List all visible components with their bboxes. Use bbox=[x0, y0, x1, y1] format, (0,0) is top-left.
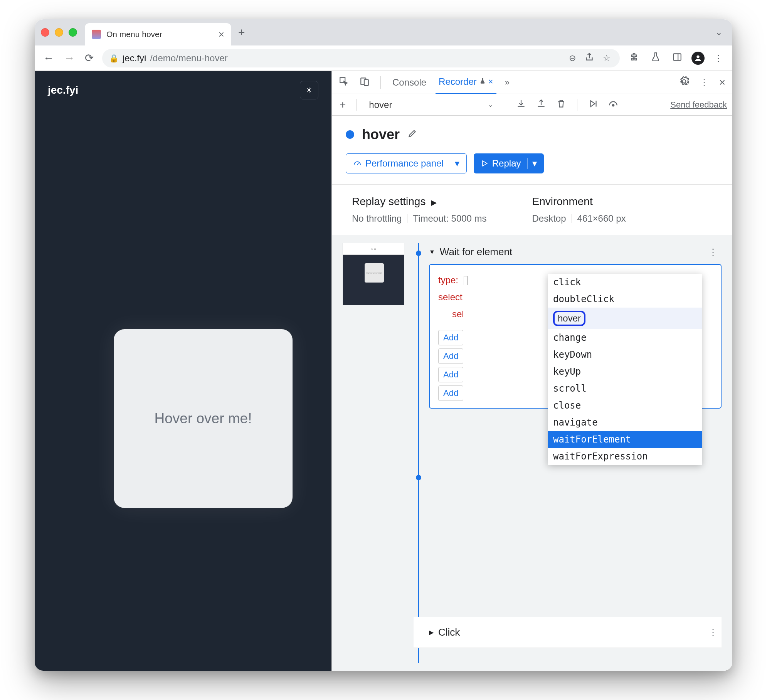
dropdown-option[interactable]: change bbox=[548, 329, 702, 346]
performance-panel-button[interactable]: Performance panel ▾ bbox=[346, 153, 467, 173]
theme-toggle-button[interactable]: ☀ bbox=[300, 81, 318, 99]
url-host: jec.fyi bbox=[123, 53, 146, 64]
address-bar[interactable]: 🔒 jec.fyi/demo/menu-hover ⊖ ☆ bbox=[102, 49, 620, 67]
slow-replay-icon[interactable] bbox=[606, 99, 621, 111]
tabs-menu-icon[interactable]: ⌄ bbox=[715, 27, 722, 37]
window-close-icon[interactable] bbox=[41, 28, 49, 37]
step-marker-icon bbox=[416, 475, 421, 480]
recording-name: hover bbox=[362, 126, 400, 143]
replay-button[interactable]: Replay ▾ bbox=[474, 153, 544, 173]
environment-label: Environment bbox=[532, 195, 713, 208]
step-menu-icon[interactable]: ⋮ bbox=[708, 627, 722, 638]
extensions-icon[interactable] bbox=[627, 52, 641, 64]
new-tab-button[interactable]: + bbox=[238, 26, 245, 39]
add-selector-button[interactable]: Add bbox=[438, 348, 463, 364]
send-feedback-link[interactable]: Send feedback bbox=[670, 100, 727, 110]
dropdown-option-hover[interactable]: hover bbox=[548, 308, 702, 329]
zoom-out-icon[interactable]: ⊖ bbox=[567, 53, 578, 63]
add-selector-button[interactable]: Add bbox=[438, 385, 463, 401]
step-header[interactable]: ▼ Wait for element ⋮ bbox=[429, 243, 722, 261]
reload-button[interactable]: ⟳ bbox=[83, 52, 95, 64]
back-button[interactable]: ← bbox=[42, 52, 56, 64]
dropdown-option[interactable]: scroll bbox=[548, 380, 702, 397]
dropdown-option[interactable]: close bbox=[548, 397, 702, 414]
device-toggle-icon[interactable] bbox=[357, 76, 372, 89]
window-titlebar: On menu hover × + ⌄ bbox=[35, 19, 732, 45]
favicon-icon bbox=[92, 30, 101, 39]
step-menu-icon[interactable]: ⋮ bbox=[708, 247, 722, 257]
recording-meta: Replay settings ▶ No throttling Timeout:… bbox=[332, 184, 732, 235]
chevron-down-icon: ⌄ bbox=[488, 101, 493, 108]
step-header[interactable]: ▶ Click ⋮ bbox=[429, 623, 722, 641]
tab-title: On menu hover bbox=[106, 30, 219, 39]
tab-close-icon[interactable]: × bbox=[488, 77, 493, 87]
dropdown-option[interactable]: navigate bbox=[548, 414, 702, 431]
page-content: jec.fyi ☀ Hover over me! bbox=[35, 71, 331, 671]
recording-status-icon bbox=[346, 130, 354, 139]
throttling-value: No throttling bbox=[352, 213, 402, 224]
chevron-down-icon[interactable]: ▾ bbox=[527, 158, 537, 169]
devtools-panel: Console Recorder × » ⋮ × + bbox=[331, 71, 732, 671]
step-over-icon[interactable] bbox=[586, 99, 600, 111]
type-input[interactable] bbox=[464, 276, 468, 285]
labs-icon[interactable] bbox=[648, 52, 663, 64]
add-recording-button[interactable]: + bbox=[337, 99, 348, 111]
settings-icon[interactable] bbox=[677, 76, 691, 89]
svg-point-7 bbox=[612, 104, 614, 106]
export-icon[interactable] bbox=[514, 99, 528, 111]
profile-avatar[interactable] bbox=[691, 52, 705, 65]
hover-card[interactable]: Hover over me! bbox=[114, 329, 293, 508]
add-selector-button[interactable]: Add bbox=[438, 367, 463, 382]
dropdown-option[interactable]: keyDown bbox=[548, 346, 702, 363]
delete-icon[interactable] bbox=[554, 99, 569, 111]
chevron-right-icon: ▶ bbox=[431, 198, 437, 207]
timeout-value: Timeout: 5000 ms bbox=[413, 213, 486, 224]
hover-card-text: Hover over me! bbox=[155, 411, 252, 427]
inspect-element-icon[interactable] bbox=[336, 76, 351, 89]
add-selector-button[interactable]: Add bbox=[438, 330, 463, 345]
bookmark-icon[interactable]: ☆ bbox=[600, 53, 613, 63]
devtools-tabs: Console Recorder × » ⋮ × bbox=[332, 71, 732, 94]
lock-icon[interactable]: 🔒 bbox=[109, 54, 119, 63]
env-device: Desktop bbox=[532, 213, 566, 224]
dropdown-option[interactable]: waitForExpression bbox=[548, 448, 702, 465]
svg-rect-0 bbox=[673, 54, 681, 60]
sidepanel-icon[interactable] bbox=[670, 52, 685, 64]
more-tabs-icon[interactable]: » bbox=[503, 77, 512, 88]
svg-point-2 bbox=[696, 55, 699, 58]
recorder-toolbar: + hover ⌄ bbox=[332, 94, 732, 116]
window-minimize-icon[interactable] bbox=[55, 28, 63, 37]
collapse-icon: ▼ bbox=[429, 249, 435, 256]
recording-select[interactable]: hover ⌄ bbox=[365, 98, 496, 112]
devtools-menu-icon[interactable]: ⋮ bbox=[698, 77, 711, 88]
dropdown-option[interactable]: click bbox=[548, 274, 702, 291]
dropdown-option-selected[interactable]: waitForElement bbox=[548, 431, 702, 448]
dropdown-option[interactable]: keyUp bbox=[548, 363, 702, 380]
tab-close-icon[interactable]: × bbox=[219, 29, 224, 40]
url-path: /demo/menu-hover bbox=[150, 53, 227, 64]
timeline: ○ ● Hover over me! ▼ Wait for element ⋮ bbox=[332, 235, 732, 671]
svg-rect-5 bbox=[364, 79, 368, 85]
import-icon[interactable] bbox=[534, 99, 548, 111]
replay-settings-label[interactable]: Replay settings ▶ bbox=[352, 195, 532, 208]
browser-tab[interactable]: On menu hover × bbox=[85, 23, 231, 45]
dropdown-option[interactable]: doubleClick bbox=[548, 291, 702, 308]
edit-name-button[interactable] bbox=[407, 128, 417, 141]
chevron-down-icon[interactable]: ▾ bbox=[450, 158, 459, 169]
chrome-menu-icon[interactable]: ⋮ bbox=[711, 53, 725, 64]
recording-header: hover bbox=[332, 116, 732, 153]
step-click: ▶ Click ⋮ bbox=[429, 617, 722, 648]
step-marker-icon bbox=[416, 251, 421, 256]
tab-recorder[interactable]: Recorder × bbox=[436, 71, 496, 94]
window-zoom-icon[interactable] bbox=[69, 28, 77, 37]
share-icon[interactable] bbox=[582, 52, 597, 64]
forward-button: → bbox=[62, 52, 76, 64]
tab-console[interactable]: Console bbox=[389, 71, 429, 94]
devtools-close-icon[interactable]: × bbox=[717, 76, 728, 89]
expand-icon: ▶ bbox=[429, 629, 434, 636]
sun-icon: ☀ bbox=[306, 86, 313, 95]
type-dropdown[interactable]: click doubleClick hover change keyDown k… bbox=[548, 274, 702, 465]
step-thumbnail[interactable]: ○ ● Hover over me! bbox=[343, 243, 404, 305]
url-bar: ← → ⟳ 🔒 jec.fyi/demo/menu-hover ⊖ ☆ ⋮ bbox=[35, 45, 732, 71]
site-title[interactable]: jec.fyi bbox=[48, 84, 78, 96]
